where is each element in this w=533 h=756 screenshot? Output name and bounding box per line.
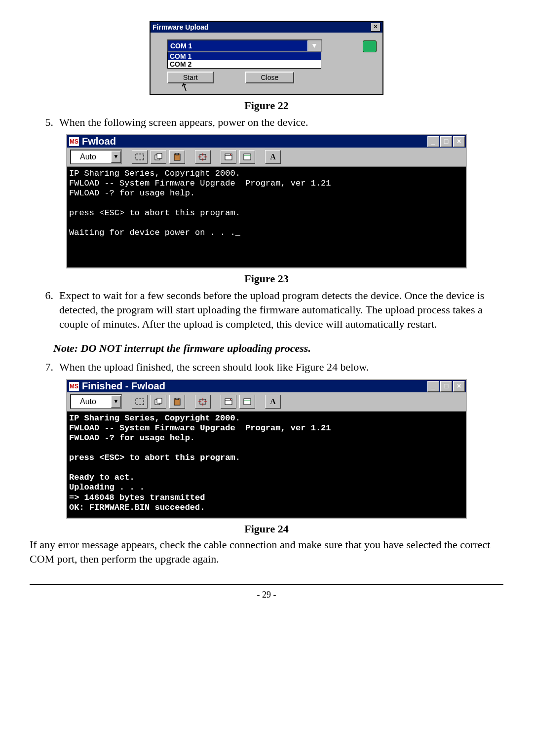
svg-rect-0: [136, 154, 144, 160]
maximize-icon[interactable]: □: [440, 381, 452, 392]
paste-icon[interactable]: [169, 395, 185, 409]
step-7: 7. When the upload finished, the screen …: [30, 360, 503, 374]
com-port-select[interactable]: COM 1 ▼: [167, 39, 322, 52]
step-7-text: When the upload finished, the screen sho…: [59, 360, 503, 374]
msdos-icon: MS: [69, 137, 79, 146]
mark-icon[interactable]: [132, 395, 148, 409]
fwload-finished-window: MS Finished - Fwload _ □ × Auto ▼: [66, 379, 467, 518]
mark-icon[interactable]: [132, 150, 148, 164]
dialog-titlebar: Firmware Upload ×: [151, 22, 382, 33]
com-port-options: COM 1 COM 2: [167, 52, 321, 69]
chevron-down-icon[interactable]: ▼: [111, 396, 121, 408]
firmware-upload-dialog: Firmware Upload × COM 1 ▼ COM 1 COM 2 St…: [150, 21, 383, 95]
page-number: - 29 -: [30, 590, 503, 600]
properties-icon[interactable]: [221, 395, 236, 409]
font-size-select[interactable]: Auto ▼: [70, 394, 122, 409]
device-icon: [363, 40, 377, 52]
fullscreen-icon[interactable]: [195, 395, 211, 409]
svg-rect-4: [176, 153, 179, 155]
fwload-window: MS Fwload _ □ × Auto ▼: [66, 134, 467, 268]
window-title: Finished - Fwload: [82, 380, 165, 392]
background-icon[interactable]: [239, 150, 255, 164]
fullscreen-icon[interactable]: [195, 150, 211, 164]
toolbar: Auto ▼ A: [67, 392, 466, 412]
maximize-icon[interactable]: □: [440, 136, 452, 147]
font-size-value: Auto: [71, 152, 111, 161]
window-title: Fwload: [82, 136, 116, 147]
font-icon[interactable]: A: [265, 150, 281, 164]
close-icon[interactable]: ×: [453, 381, 465, 392]
minimize-icon[interactable]: _: [427, 381, 439, 392]
svg-rect-15: [136, 399, 144, 405]
toolbar: Auto ▼ A: [67, 148, 466, 167]
console-output: IP Sharing Series, Copyright 2000. FWLOA…: [67, 167, 466, 267]
svg-rect-13: [244, 154, 251, 160]
com-port-selected: COM 1: [168, 41, 194, 50]
copy-icon[interactable]: [151, 395, 166, 409]
step-6-number: 6.: [30, 288, 59, 331]
closing-paragraph: If any error message appears, check the …: [30, 537, 503, 566]
step-6-text: Expect to wait for a few seconds before …: [59, 288, 503, 331]
step-7-number: 7.: [30, 360, 59, 374]
msdos-icon: MS: [69, 382, 79, 391]
step-5-number: 5.: [30, 115, 59, 129]
warning-note: Note: DO NOT interrupt the firmware uplo…: [53, 342, 503, 355]
svg-point-12: [230, 154, 231, 155]
close-button[interactable]: Close: [245, 72, 295, 83]
step-5-text: When the following screen appears, power…: [59, 115, 503, 129]
svg-point-27: [230, 399, 231, 400]
start-button[interactable]: Start: [167, 72, 214, 83]
step-6: 6. Expect to wait for a few seconds befo…: [30, 288, 503, 331]
console-output: IP Sharing Series, Copyright 2000. FWLOA…: [67, 412, 466, 517]
figure-24-caption: Figure 24: [30, 523, 503, 535]
properties-icon[interactable]: [221, 150, 236, 164]
close-icon[interactable]: ×: [371, 23, 381, 32]
com-port-option-1[interactable]: COM 1: [168, 52, 321, 60]
copy-icon[interactable]: [151, 150, 166, 164]
figure-22-caption: Figure 22: [30, 99, 503, 112]
com-port-option-2[interactable]: COM 2: [168, 60, 321, 68]
font-icon[interactable]: A: [265, 395, 281, 409]
close-icon[interactable]: ×: [453, 136, 465, 147]
font-size-value: Auto: [71, 397, 111, 406]
font-size-select[interactable]: Auto ▼: [70, 150, 122, 164]
svg-rect-2: [157, 153, 162, 158]
chevron-down-icon[interactable]: ▼: [307, 40, 321, 51]
background-icon[interactable]: [239, 395, 255, 409]
svg-rect-17: [157, 398, 162, 403]
dialog-title: Firmware Upload: [152, 23, 209, 31]
minimize-icon[interactable]: _: [427, 136, 439, 147]
window-titlebar: MS Finished - Fwload _ □ ×: [67, 380, 466, 392]
svg-rect-28: [244, 399, 251, 405]
figure-23-caption: Figure 23: [30, 272, 503, 285]
footer-rule: [30, 584, 503, 585]
paste-icon[interactable]: [169, 150, 185, 164]
chevron-down-icon[interactable]: ▼: [111, 151, 121, 163]
svg-rect-19: [176, 398, 179, 400]
step-5: 5. When the following screen appears, po…: [30, 115, 503, 129]
window-titlebar: MS Fwload _ □ ×: [67, 135, 466, 148]
